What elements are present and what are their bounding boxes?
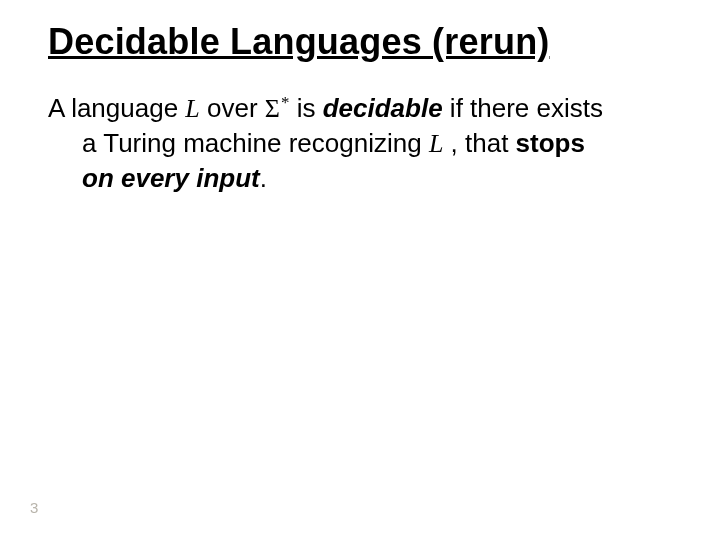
slide-body: A language L over Σ* is decidable if the… <box>48 91 672 196</box>
body-line-1: A language L over Σ* is decidable if the… <box>48 91 672 126</box>
slide: Decidable Languages (rerun) A language L… <box>0 0 720 540</box>
text-fragment: , that <box>443 128 515 158</box>
text-fragment: if there exists <box>443 93 603 123</box>
body-line-2: a Turing machine recognizing L , that st… <box>48 126 672 161</box>
emph-decidable: decidable <box>323 93 443 123</box>
page-number: 3 <box>30 499 38 516</box>
text-fragment: A language <box>48 93 185 123</box>
math-L: L <box>185 94 199 123</box>
text-fragment: is <box>289 93 322 123</box>
text-fragment: over <box>200 93 265 123</box>
text-fragment: a Turing machine recognizing <box>82 128 429 158</box>
body-line-3: on every input. <box>48 161 672 196</box>
text-fragment: . <box>260 163 267 193</box>
math-L: L <box>429 129 443 158</box>
emph-on-every-input: on every input <box>82 163 260 193</box>
slide-title: Decidable Languages (rerun) <box>48 20 672 63</box>
kleene-star: * <box>281 93 289 112</box>
sigma-icon: Σ <box>265 94 280 123</box>
emph-stops: stops <box>516 128 585 158</box>
math-sigma-star: Σ* <box>265 91 290 126</box>
